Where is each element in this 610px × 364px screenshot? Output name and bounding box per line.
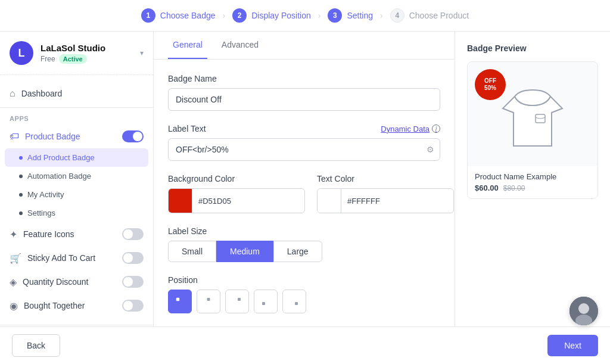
step-1-label: Choose Badge: [160, 11, 216, 20]
step-4-circle: 4: [390, 8, 404, 23]
chat-avatar[interactable]: [569, 297, 598, 325]
sidebar-item-dashboard[interactable]: ⌂ Dashboard: [0, 82, 153, 105]
text-color-group: Text Color: [317, 174, 454, 213]
sidebar-item-bought-together[interactable]: ◉ Bought Together: [0, 294, 153, 318]
pos-top-center-button[interactable]: [197, 290, 220, 313]
pos-bottom-left-button[interactable]: [254, 290, 278, 313]
next-button[interactable]: Next: [547, 335, 598, 356]
step-arrow-2: ›: [318, 11, 321, 20]
bg-color-swatch[interactable]: [169, 189, 192, 213]
store-info: LaLaSol Studio Free Active: [41, 43, 105, 64]
sidebar-item-sticky-add-to-cart[interactable]: 🛒 Sticky Add To Cart: [0, 246, 153, 270]
pos-top-right-button[interactable]: [225, 290, 249, 313]
product-price-row: $60.00 $80.00: [475, 183, 590, 192]
sub-dot-activity: [19, 193, 23, 197]
sidebar-item-product-badge-label: Product Badge: [25, 132, 80, 141]
sidebar-item-settings[interactable]: Settings: [0, 204, 153, 222]
size-medium-button[interactable]: Medium: [216, 241, 273, 262]
badge-name-label: Badge Name: [168, 74, 440, 83]
step-3[interactable]: 3 Setting: [328, 8, 373, 23]
quantity-toggle[interactable]: [122, 276, 144, 288]
text-color-text[interactable]: [341, 197, 453, 206]
feature-icons-toggle[interactable]: [122, 228, 144, 240]
position-group: Position: [168, 275, 440, 313]
sidebar-item-sticky-label: Sticky Add To Cart: [27, 253, 95, 263]
badge-line1: OFF: [484, 77, 496, 85]
sidebar: L LaLaSol Studio Free Active ▾ ⌂ Dashboa…: [0, 32, 154, 326]
sticky-cart-toggle[interactable]: [122, 252, 144, 264]
store-meta: Free Active: [41, 54, 105, 64]
product-name: Product Name Example: [475, 172, 590, 181]
size-large-button[interactable]: Large: [273, 241, 322, 262]
sidebar-item-add-product-badge[interactable]: Add Product Badge: [5, 148, 148, 167]
apps-section-label: APPS: [0, 110, 153, 125]
price-original: $80.00: [503, 184, 525, 192]
bg-color-label: Background Color: [168, 174, 305, 183]
svg-rect-4: [262, 302, 265, 305]
sidebar-item-automation-badge[interactable]: Automation Badge: [0, 167, 153, 185]
main-layout: L LaLaSol Studio Free Active ▾ ⌂ Dashboa…: [0, 32, 610, 326]
quantity-icon: ◈: [10, 276, 17, 288]
sidebar-item-quantity-discount[interactable]: ◈ Quantity Discount: [0, 270, 153, 294]
sidebar-item-dashboard-label: Dashboard: [21, 89, 63, 98]
text-color-input-row[interactable]: [317, 188, 454, 213]
product-image-area: OFF 50%: [468, 62, 597, 166]
sidebar-header[interactable]: L LaLaSol Studio Free Active ▾: [0, 32, 153, 75]
price-current: $60.00: [475, 183, 499, 192]
tab-general[interactable]: General: [168, 32, 207, 59]
badge-name-input[interactable]: [168, 88, 440, 111]
sub-dot-automation: [19, 175, 23, 178]
sidebar-item-feature-icons[interactable]: ✦ Feature Icons: [0, 222, 153, 246]
label-text-group: Label Text Dynamic Data i ⚙: [168, 124, 440, 161]
sticky-cart-icon: 🛒: [10, 253, 21, 264]
color-row: Background Color Text Color: [168, 174, 440, 213]
badge-name-group: Badge Name: [168, 74, 440, 111]
step-2[interactable]: 2 Display Position: [232, 8, 311, 23]
label-text-header: Label Text Dynamic Data i: [168, 124, 440, 133]
svg-rect-2: [207, 298, 210, 301]
store-plan: Free: [41, 55, 55, 63]
step-2-label: Display Position: [251, 11, 311, 20]
store-name: LaLaSol Studio: [41, 43, 105, 53]
size-small-button[interactable]: Small: [168, 241, 216, 262]
sidebar-item-feature-icons-label: Feature Icons: [23, 229, 74, 239]
sidebar-item-product-badge[interactable]: 🏷 Product Badge: [0, 125, 153, 148]
back-button[interactable]: Back: [12, 334, 60, 357]
pos-bottom-right-button[interactable]: [282, 290, 306, 313]
label-size-group: Label Size Small Medium Large: [168, 226, 440, 262]
text-color-swatch[interactable]: [318, 189, 341, 213]
bg-color-input-row[interactable]: [168, 188, 305, 213]
product-badge-subnav: Add Product Badge Automation Badge My Ac…: [0, 148, 153, 222]
step-4-label: Choose Product: [409, 11, 469, 20]
pos-top-left-button[interactable]: [168, 290, 192, 313]
label-text-input[interactable]: [168, 138, 440, 161]
toggle-knob-5: [123, 301, 133, 310]
step-3-label: Setting: [347, 11, 373, 20]
bottom-bar: Back Next: [0, 326, 610, 364]
position-label: Position: [168, 275, 440, 285]
bought-together-toggle[interactable]: [122, 300, 144, 312]
avatar: L: [10, 41, 33, 65]
label-size-label: Label Size: [168, 226, 440, 236]
step-2-circle: 2: [232, 8, 247, 23]
stepper-bar: 1 Choose Badge › 2 Display Position › 3 …: [0, 0, 610, 32]
bg-color-group: Background Color: [168, 174, 305, 213]
label-text-wrapper: ⚙: [168, 138, 440, 161]
info-icon: i: [432, 125, 440, 133]
bought-together-icon: ◉: [10, 300, 18, 312]
store-status-badge: Active: [59, 54, 87, 64]
sub-dot-settings: [19, 211, 23, 215]
svg-rect-0: [176, 298, 179, 301]
dynamic-data-link[interactable]: Dynamic Data i: [381, 125, 440, 133]
product-badge-toggle[interactable]: [122, 130, 144, 142]
form-content: Badge Name Label Text Dynamic Data i: [154, 60, 455, 326]
tab-advanced[interactable]: Advanced: [217, 32, 263, 59]
bg-color-text[interactable]: [192, 197, 304, 206]
badge-line2: 50%: [484, 85, 496, 92]
step-3-circle: 3: [328, 8, 342, 23]
position-row: [168, 290, 440, 313]
sidebar-item-my-activity[interactable]: My Activity: [0, 185, 153, 204]
step-1[interactable]: 1 Choose Badge: [141, 8, 216, 23]
product-preview-card: OFF 50% Pr: [467, 61, 598, 199]
svg-rect-5: [295, 302, 298, 305]
